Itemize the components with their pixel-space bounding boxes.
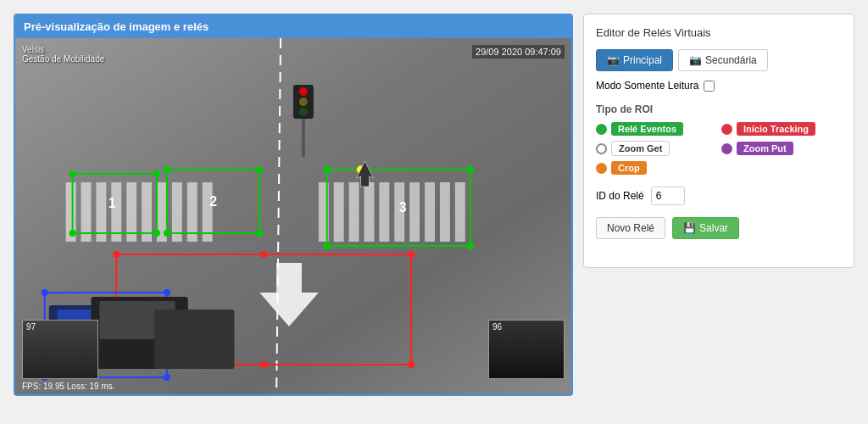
svg-point-56 bbox=[42, 289, 48, 296]
svg-rect-14 bbox=[334, 182, 344, 242]
roi-radio-tracking bbox=[721, 124, 732, 135]
roi-badge-zoomget: Zoom Get bbox=[611, 141, 670, 156]
roi-badge-tracking: Início Tracking bbox=[737, 122, 815, 136]
svg-rect-19 bbox=[409, 182, 420, 242]
readonly-checkbox-row: Modo Somente Leitura bbox=[596, 80, 842, 92]
roi-radio-zoomput bbox=[721, 143, 732, 154]
svg-point-44 bbox=[324, 243, 331, 249]
watermark: Velsis Gestão de Mobilidade bbox=[22, 45, 104, 64]
camera-icon-secundaria: 📷 bbox=[689, 54, 702, 66]
svg-rect-20 bbox=[425, 182, 435, 242]
svg-point-59 bbox=[164, 374, 170, 381]
roi-option-zoomget[interactable]: Zoom Get bbox=[596, 141, 716, 156]
svg-point-49 bbox=[113, 251, 120, 258]
right-panel-title: Editor de Relés Virtuais bbox=[596, 26, 842, 39]
tab-group: 📷 Principal 📷 Secundária bbox=[596, 49, 842, 71]
roi-radio-crop bbox=[596, 163, 607, 174]
svg-point-39 bbox=[256, 230, 263, 237]
roi-options-grid: Relé Eventos Início Tracking Zoom Get Zo… bbox=[596, 122, 842, 175]
action-row: Novo Relé 💾 Salvar bbox=[596, 217, 842, 239]
roi-option-crop[interactable]: Crop bbox=[596, 161, 716, 175]
svg-text:1: 1 bbox=[108, 196, 116, 210]
readonly-checkbox[interactable] bbox=[704, 81, 715, 92]
left-panel-title: Pré-visualização de imagem e relés bbox=[24, 20, 209, 33]
svg-point-57 bbox=[164, 289, 170, 296]
svg-point-52 bbox=[408, 361, 415, 368]
roi-option-rele[interactable]: Relé Eventos bbox=[596, 122, 716, 136]
left-panel: Pré-visualização de imagem e relés bbox=[14, 14, 573, 396]
svg-text:2: 2 bbox=[209, 194, 217, 209]
roi-badge-zoomput: Zoom Put bbox=[737, 142, 793, 155]
footer-bar: FPS: 19.95 Loss: 19 ms. bbox=[22, 382, 115, 391]
svg-point-32 bbox=[70, 230, 76, 237]
btn-principal[interactable]: 📷 Principal bbox=[596, 49, 673, 71]
svg-point-27 bbox=[299, 98, 308, 106]
thumb-left-num: 97 bbox=[26, 322, 36, 332]
left-panel-header: Pré-visualização de imagem e relés bbox=[15, 15, 571, 38]
svg-point-31 bbox=[153, 170, 160, 177]
readonly-label: Modo Somente Leitura bbox=[596, 80, 698, 92]
svg-rect-22 bbox=[455, 182, 465, 242]
svg-point-45 bbox=[467, 243, 474, 249]
svg-rect-17 bbox=[379, 182, 389, 242]
id-label: ID do Relé bbox=[596, 190, 644, 202]
thumbnail-right: 96 bbox=[488, 320, 565, 379]
svg-point-50 bbox=[408, 251, 415, 258]
svg-point-36 bbox=[164, 166, 170, 173]
svg-point-37 bbox=[256, 166, 263, 173]
svg-rect-21 bbox=[440, 182, 450, 242]
svg-point-33 bbox=[153, 230, 160, 237]
svg-text:3: 3 bbox=[399, 200, 407, 215]
id-row: ID do Relé bbox=[596, 187, 842, 205]
svg-rect-16 bbox=[364, 182, 374, 242]
svg-point-30 bbox=[70, 170, 76, 177]
roi-option-zoomput[interactable]: Zoom Put bbox=[721, 141, 842, 156]
svg-rect-15 bbox=[349, 182, 359, 242]
roi-badge-crop: Crop bbox=[611, 161, 647, 175]
timestamp: 29/09 2020 09:47:09 bbox=[472, 45, 565, 59]
camera-icon-principal: 📷 bbox=[607, 54, 620, 66]
svg-point-28 bbox=[299, 108, 308, 116]
save-icon: 💾 bbox=[683, 222, 696, 234]
id-input[interactable] bbox=[651, 187, 685, 205]
roi-section-label: Tipo de ROI bbox=[596, 103, 842, 115]
right-panel: Editor de Relés Virtuais 📷 Principal 📷 S… bbox=[583, 14, 854, 268]
svg-point-42 bbox=[324, 166, 331, 173]
thumb-right-num: 96 bbox=[492, 322, 502, 332]
svg-point-53 bbox=[260, 251, 267, 258]
svg-rect-64 bbox=[154, 310, 234, 369]
brand-name: Velsis bbox=[22, 45, 104, 54]
main-container: Pré-visualização de imagem e relés bbox=[0, 0, 868, 424]
svg-point-38 bbox=[164, 230, 170, 237]
svg-point-26 bbox=[299, 87, 308, 96]
roi-radio-zoomget bbox=[596, 143, 607, 154]
roi-radio-rele bbox=[596, 124, 607, 135]
roi-badge-rele: Relé Eventos bbox=[611, 122, 683, 136]
thumbnail-left: 97 bbox=[22, 320, 98, 379]
svg-point-54 bbox=[260, 361, 267, 368]
svg-point-43 bbox=[467, 166, 474, 173]
btn-novo-rele[interactable]: Novo Relé bbox=[596, 217, 665, 239]
camera-view: 1 2 3 bbox=[15, 38, 571, 394]
btn-salvar[interactable]: 💾 Salvar bbox=[672, 217, 739, 239]
btn-secundaria[interactable]: 📷 Secundária bbox=[678, 49, 768, 71]
brand-sub: Gestão de Mobilidade bbox=[22, 54, 104, 64]
roi-option-tracking[interactable]: Início Tracking bbox=[721, 122, 842, 136]
